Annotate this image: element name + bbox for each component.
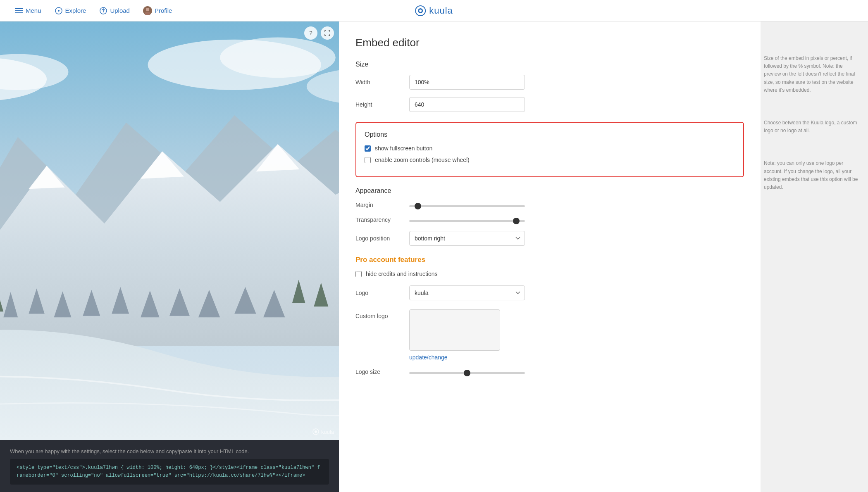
margin-row: Margin <box>355 201 744 209</box>
embed-code[interactable]: <style type="text/css">.kuula7lhwn { wid… <box>10 459 329 485</box>
height-label: Height <box>355 101 409 108</box>
size-note: Size of the embed in pixels or percent, … <box>764 55 858 94</box>
logo-size-slider-wrapper <box>409 368 525 376</box>
logo-upload-area[interactable] <box>409 309 500 351</box>
size-section-label: Size <box>355 61 744 68</box>
watermark-text: kuula <box>321 429 334 435</box>
transparency-slider-wrapper <box>409 216 525 223</box>
menu-icon <box>15 7 23 15</box>
code-area: When you are happy with the settings, se… <box>0 440 339 492</box>
transparency-row: Transparency <box>355 216 744 223</box>
svg-point-16 <box>220 37 335 78</box>
editor-title: Embed editor <box>355 36 744 49</box>
pro-title: Pro account features <box>355 256 744 264</box>
nav-upload[interactable]: Upload <box>94 4 135 17</box>
width-label: Width <box>355 79 409 86</box>
logo-note: Choose between the Kuula logo, a custom … <box>764 119 858 135</box>
zoom-checkbox[interactable] <box>365 157 371 163</box>
logo-select[interactable]: kuula custom none <box>409 285 525 300</box>
nav-left: Menu Explore Upload Profile <box>10 4 177 18</box>
size-section: Size Width Height <box>355 61 744 112</box>
width-input[interactable] <box>409 75 525 90</box>
transparency-label: Transparency <box>355 216 409 223</box>
logo-position-select-wrapper: bottom right bottom left top right top l… <box>409 231 525 246</box>
logo-select-label: Logo <box>355 290 409 296</box>
options-title: Options <box>365 131 735 138</box>
pro-section: Pro account features hide credits and in… <box>355 256 744 376</box>
logo-size-slider[interactable] <box>409 372 525 374</box>
code-hint: When you are happy with the settings, se… <box>10 447 329 456</box>
logo-size-label: Logo size <box>355 368 409 375</box>
height-input[interactable] <box>409 97 525 112</box>
margin-slider[interactable] <box>409 205 525 207</box>
fullscreen-checkbox-row: show fullscreen button <box>365 145 735 152</box>
custom-logo-label: Custom logo <box>355 309 409 319</box>
hide-credits-row: hide credits and instructions <box>355 271 744 277</box>
options-box: Options show fullscreen button enable zo… <box>355 122 744 177</box>
panorama-view: ? kuula <box>0 21 339 440</box>
navbar: Menu Explore Upload Profile kuula <box>0 0 868 21</box>
side-notes: Size of the embed in pixels or percent, … <box>761 21 868 492</box>
logo-position-row: Logo position bottom right bottom left t… <box>355 231 744 246</box>
preview-controls: ? <box>304 26 334 40</box>
svg-point-46 <box>315 430 317 433</box>
upload-label: Upload <box>110 7 130 14</box>
avatar <box>143 6 152 15</box>
fullscreen-checkbox[interactable] <box>365 145 371 152</box>
preview-area: ? kuula When you are happy with the sett… <box>0 21 339 492</box>
profile-label: Profile <box>155 7 172 14</box>
logo-position-select[interactable]: bottom right bottom left top right top l… <box>409 231 525 246</box>
custom-logo-area: update/change <box>409 309 500 361</box>
svg-point-8 <box>145 12 150 15</box>
zoom-checkbox-row: enable zoom controls (mouse wheel) <box>365 157 735 163</box>
svg-point-4 <box>58 10 60 12</box>
logo-text: kuula <box>429 5 453 16</box>
help-button[interactable]: ? <box>304 26 317 40</box>
custom-logo-row: Custom logo update/change <box>355 308 744 361</box>
logo-select-wrapper: kuula custom none <box>409 285 525 300</box>
svg-point-7 <box>146 8 149 11</box>
margin-slider-wrapper <box>409 201 525 209</box>
logo-size-row: Logo size <box>355 368 744 376</box>
nav-profile[interactable]: Profile <box>138 4 177 18</box>
height-row: Height <box>355 97 744 112</box>
appearance-section: Appearance Margin Transparency Logo posi… <box>355 187 744 246</box>
kuula-watermark: kuula <box>312 428 334 435</box>
appearance-label: Appearance <box>355 187 744 195</box>
upload-icon <box>99 7 107 15</box>
hide-credits-checkbox[interactable] <box>355 271 362 277</box>
transparency-slider[interactable] <box>409 220 525 222</box>
zoom-label[interactable]: enable zoom controls (mouse wheel) <box>375 157 470 163</box>
editor-panel: Embed editor Size Width Height Options s… <box>339 21 761 492</box>
explore-icon <box>55 7 63 15</box>
menu-label: Menu <box>26 7 41 14</box>
nav-explore[interactable]: Explore <box>50 4 91 17</box>
fullscreen-button[interactable] <box>321 26 334 40</box>
hide-credits-label[interactable]: hide credits and instructions <box>366 271 438 277</box>
site-logo[interactable]: kuula <box>415 5 453 16</box>
main-area: ? kuula When you are happy with the sett… <box>0 21 868 492</box>
logo-position-label: Logo position <box>355 235 409 242</box>
margin-label: Margin <box>355 202 409 208</box>
fullscreen-label[interactable]: show fullscreen button <box>375 145 432 152</box>
explore-label: Explore <box>65 7 86 14</box>
logo-select-row: Logo kuula custom none <box>355 285 744 300</box>
width-row: Width <box>355 75 744 90</box>
update-change-link[interactable]: update/change <box>409 354 500 361</box>
nav-menu[interactable]: Menu <box>10 4 46 17</box>
svg-point-11 <box>419 10 422 12</box>
custom-logo-note: Note: you can only use one logo per acco… <box>764 159 858 191</box>
